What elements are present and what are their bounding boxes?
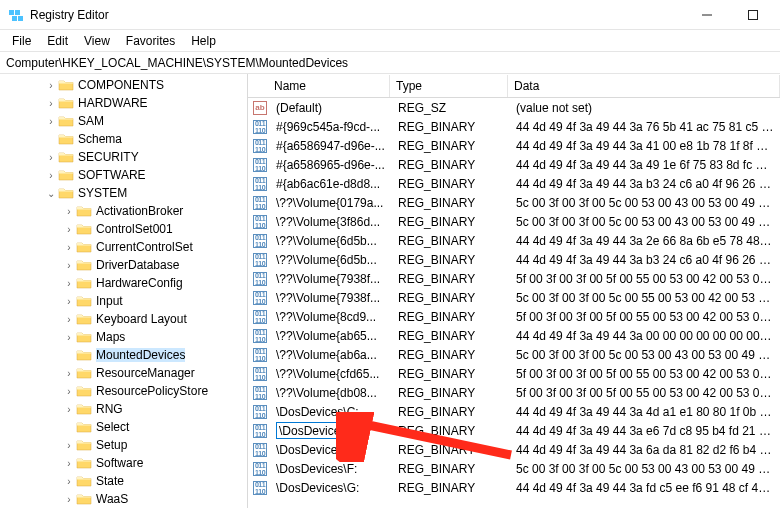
chevron-icon[interactable]: › xyxy=(62,384,76,398)
address-path: Computer\HKEY_LOCAL_MACHINE\SYSTEM\Mount… xyxy=(6,56,348,70)
key-tree[interactable]: ›COMPONENTS›HARDWARE›SAMSchema›SECURITY›… xyxy=(0,74,248,508)
tree-node-mounteddevices[interactable]: MountedDevices xyxy=(0,346,247,364)
tree-node-schema[interactable]: Schema xyxy=(0,130,247,148)
chevron-icon[interactable]: › xyxy=(62,240,76,254)
chevron-icon[interactable]: ⌄ xyxy=(44,186,58,200)
value-row[interactable]: 011110\DosDevices\G:REG_BINARY44 4d 49 4… xyxy=(248,478,780,497)
tree-node-currentcontrolset[interactable]: ›CurrentControlSet xyxy=(0,238,247,256)
tree-node-controlset001[interactable]: ›ControlSet001 xyxy=(0,220,247,238)
tree-label: MountedDevices xyxy=(96,348,185,362)
chevron-icon[interactable]: › xyxy=(44,96,58,110)
value-row[interactable]: 011110\??\Volume{0179a...REG_BINARY5c 00… xyxy=(248,193,780,212)
value-type: REG_BINARY xyxy=(392,120,510,134)
reg-binary-icon: 011110 xyxy=(253,139,267,153)
tree-node-setup[interactable]: ›Setup xyxy=(0,436,247,454)
value-icon: 011110 xyxy=(250,177,270,191)
value-icon: 011110 xyxy=(250,272,270,286)
value-icon: 011110 xyxy=(250,234,270,248)
chevron-icon[interactable]: › xyxy=(62,312,76,326)
tree-node-software[interactable]: ›Software xyxy=(0,454,247,472)
chevron-icon[interactable]: › xyxy=(62,456,76,470)
menu-edit[interactable]: Edit xyxy=(39,32,76,50)
chevron-icon[interactable]: › xyxy=(62,222,76,236)
tree-node-resourcemanager[interactable]: ›ResourceManager xyxy=(0,364,247,382)
chevron-icon[interactable]: › xyxy=(62,258,76,272)
value-row[interactable]: 011110\??\Volume{7938f...REG_BINARY5f 00… xyxy=(248,269,780,288)
chevron-icon[interactable]: › xyxy=(44,78,58,92)
tree-node-input[interactable]: ›Input xyxy=(0,292,247,310)
value-type: REG_BINARY xyxy=(392,272,510,286)
chevron-icon[interactable]: › xyxy=(62,366,76,380)
tree-node-resourcepolicystore[interactable]: ›ResourcePolicyStore xyxy=(0,382,247,400)
value-row[interactable]: 011110\??\Volume{6d5b...REG_BINARY44 4d … xyxy=(248,231,780,250)
chevron-icon[interactable]: › xyxy=(62,330,76,344)
chevron-icon[interactable]: › xyxy=(44,114,58,128)
chevron-icon[interactable]: › xyxy=(62,492,76,506)
folder-icon xyxy=(76,384,92,398)
value-row[interactable]: 011110REG_BINARY44 4d 49 4f 3a 49 44 3a … xyxy=(248,421,780,440)
tree-node-rng[interactable]: ›RNG xyxy=(0,400,247,418)
menu-view[interactable]: View xyxy=(76,32,118,50)
col-header-data[interactable]: Data xyxy=(508,75,780,97)
value-row[interactable]: 011110\??\Volume{6d5b...REG_BINARY44 4d … xyxy=(248,250,780,269)
value-row[interactable]: 011110#{a6586947-d96e-...REG_BINARY44 4d… xyxy=(248,136,780,155)
value-row[interactable]: 011110\DosDevices\C:REG_BINARY44 4d 49 4… xyxy=(248,402,780,421)
tree-node-driverdatabase[interactable]: ›DriverDatabase xyxy=(0,256,247,274)
value-name: \??\Volume{8cd9... xyxy=(270,310,392,324)
menu-file[interactable]: File xyxy=(4,32,39,50)
tree-node-hardwareconfig[interactable]: ›HardwareConfig xyxy=(0,274,247,292)
window-title: Registry Editor xyxy=(30,8,684,22)
value-type: REG_BINARY xyxy=(392,291,510,305)
value-row[interactable]: 011110\DosDevices\E:REG_BINARY44 4d 49 4… xyxy=(248,440,780,459)
reg-binary-icon: 011110 xyxy=(253,386,267,400)
value-row[interactable]: 011110#{a6586965-d96e-...REG_BINARY44 4d… xyxy=(248,155,780,174)
tree-label: Select xyxy=(96,420,129,434)
tree-node-maps[interactable]: ›Maps xyxy=(0,328,247,346)
tree-node-hardware[interactable]: ›HARDWARE xyxy=(0,94,247,112)
tree-node-state[interactable]: ›State xyxy=(0,472,247,490)
tree-node-waas[interactable]: ›WaaS xyxy=(0,490,247,508)
value-row[interactable]: ab(Default)REG_SZ(value not set) xyxy=(248,98,780,117)
chevron-icon[interactable]: › xyxy=(62,438,76,452)
tree-node-sam[interactable]: ›SAM xyxy=(0,112,247,130)
tree-label: CurrentControlSet xyxy=(96,240,193,254)
value-row[interactable]: 011110#{969c545a-f9cd-...REG_BINARY44 4d… xyxy=(248,117,780,136)
folder-icon xyxy=(76,294,92,308)
menu-help[interactable]: Help xyxy=(183,32,224,50)
tree-node-software[interactable]: ›SOFTWARE xyxy=(0,166,247,184)
chevron-icon[interactable]: › xyxy=(62,276,76,290)
list-body[interactable]: ab(Default)REG_SZ(value not set)011110#{… xyxy=(248,98,780,508)
col-header-type[interactable]: Type xyxy=(390,75,508,97)
minimize-button[interactable] xyxy=(684,0,730,30)
tree-node-select[interactable]: Select xyxy=(0,418,247,436)
value-row[interactable]: 011110\??\Volume{cfd65...REG_BINARY5f 00… xyxy=(248,364,780,383)
menu-favorites[interactable]: Favorites xyxy=(118,32,183,50)
col-header-name[interactable]: Name xyxy=(268,75,390,97)
value-icon: ab xyxy=(250,101,270,115)
tree-node-system[interactable]: ⌄SYSTEM xyxy=(0,184,247,202)
value-name-editing[interactable] xyxy=(270,422,392,439)
value-row[interactable]: 011110\??\Volume{8cd9...REG_BINARY5f 00 … xyxy=(248,307,780,326)
value-row[interactable]: 011110\??\Volume{db08...REG_BINARY5f 00 … xyxy=(248,383,780,402)
maximize-button[interactable] xyxy=(730,0,776,30)
value-row[interactable]: 011110\??\Volume{3f86d...REG_BINARY5c 00… xyxy=(248,212,780,231)
list-header: Name Type Data xyxy=(248,74,780,98)
rename-input[interactable] xyxy=(276,422,366,439)
addressbar[interactable]: Computer\HKEY_LOCAL_MACHINE\SYSTEM\Mount… xyxy=(0,52,780,74)
tree-node-activationbroker[interactable]: ›ActivationBroker xyxy=(0,202,247,220)
tree-node-keyboard-layout[interactable]: ›Keyboard Layout xyxy=(0,310,247,328)
tree-node-security[interactable]: ›SECURITY xyxy=(0,148,247,166)
value-row[interactable]: 011110\??\Volume{ab65...REG_BINARY44 4d … xyxy=(248,326,780,345)
chevron-icon[interactable]: › xyxy=(62,204,76,218)
value-row[interactable]: 011110\DosDevices\F:REG_BINARY5c 00 3f 0… xyxy=(248,459,780,478)
tree-node-components[interactable]: ›COMPONENTS xyxy=(0,76,247,94)
chevron-icon[interactable]: › xyxy=(62,474,76,488)
value-type: REG_BINARY xyxy=(392,253,510,267)
value-row[interactable]: 011110#{ab6ac61e-d8d8...REG_BINARY44 4d … xyxy=(248,174,780,193)
chevron-icon[interactable]: › xyxy=(62,294,76,308)
chevron-icon[interactable]: › xyxy=(44,168,58,182)
chevron-icon[interactable]: › xyxy=(44,150,58,164)
chevron-icon[interactable]: › xyxy=(62,402,76,416)
value-row[interactable]: 011110\??\Volume{7938f...REG_BINARY5c 00… xyxy=(248,288,780,307)
value-row[interactable]: 011110\??\Volume{ab6a...REG_BINARY5c 00 … xyxy=(248,345,780,364)
